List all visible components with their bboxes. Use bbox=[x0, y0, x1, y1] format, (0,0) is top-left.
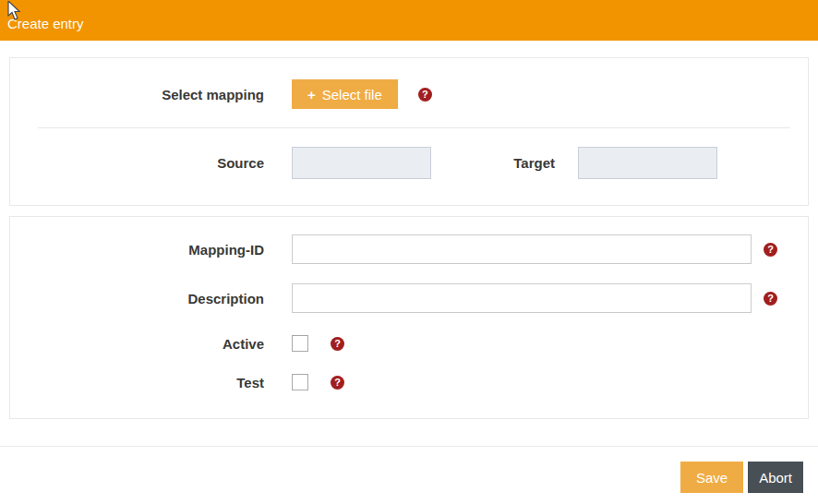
test-row: Test ? bbox=[29, 374, 790, 390]
panel-divider bbox=[38, 127, 790, 128]
mapping-id-input[interactable] bbox=[292, 234, 752, 264]
select-file-button[interactable]: + Select file bbox=[292, 79, 398, 109]
mapping-selection-panel: Select mapping + Select file ? Source Ta… bbox=[9, 57, 809, 206]
footer-divider bbox=[0, 446, 818, 447]
active-checkbox[interactable] bbox=[292, 335, 308, 352]
mapping-id-row: Mapping-ID ? bbox=[29, 234, 790, 264]
description-input[interactable] bbox=[292, 283, 752, 313]
active-label: Active bbox=[29, 336, 264, 352]
select-mapping-help-icon[interactable]: ? bbox=[418, 88, 432, 102]
active-help-icon[interactable]: ? bbox=[331, 337, 344, 351]
target-label: Target bbox=[453, 155, 555, 171]
description-row: Description ? bbox=[29, 283, 790, 313]
mapping-id-help-icon[interactable]: ? bbox=[764, 243, 777, 257]
active-row: Active ? bbox=[29, 335, 790, 352]
test-help-icon[interactable]: ? bbox=[331, 376, 344, 390]
source-target-row: Source Target bbox=[29, 147, 790, 179]
select-mapping-row: Select mapping + Select file ? bbox=[29, 79, 790, 109]
test-label: Test bbox=[29, 375, 264, 390]
mapping-id-label: Mapping-ID bbox=[29, 242, 264, 258]
page-header: Create entry bbox=[0, 0, 818, 41]
description-label: Description bbox=[29, 291, 264, 306]
save-button[interactable]: Save bbox=[680, 462, 743, 493]
test-checkbox[interactable] bbox=[292, 374, 308, 390]
select-mapping-label: Select mapping bbox=[29, 87, 264, 102]
entry-details-panel: Mapping-ID ? Description ? Active ? Test… bbox=[9, 216, 809, 419]
select-file-button-label: Select file bbox=[322, 87, 382, 102]
plus-icon: + bbox=[307, 87, 316, 102]
page-title: Create entry bbox=[7, 16, 84, 31]
source-label: Source bbox=[29, 155, 264, 171]
abort-button[interactable]: Abort bbox=[748, 462, 803, 493]
footer-actions: Save Abort bbox=[0, 462, 818, 493]
target-input bbox=[578, 147, 717, 179]
source-input bbox=[292, 147, 431, 179]
description-help-icon[interactable]: ? bbox=[764, 292, 777, 306]
